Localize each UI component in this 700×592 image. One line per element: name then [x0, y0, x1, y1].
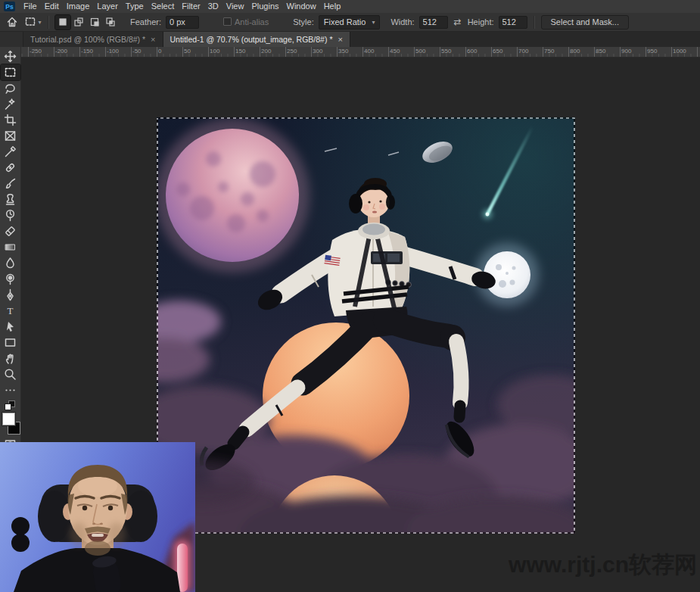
horizontal-ruler[interactable]: -250 -200 -150 -100 -50 0 50 100 150 200… [21, 47, 700, 58]
crop-icon [4, 114, 17, 126]
style-label: Style: [293, 17, 314, 26]
marquee-preset-icon [25, 17, 38, 28]
color-swatches [1, 412, 20, 436]
tab-untitled-1[interactable]: Untitled-1 @ 70.7% (output_image, RGB/8#… [163, 32, 350, 47]
hand-icon [4, 352, 17, 365]
chevron-down-icon: ▾ [372, 19, 375, 26]
selection-arrow-icon [4, 320, 17, 333]
ruler-label: 850 [596, 48, 605, 55]
style-dropdown[interactable]: Fixed Ratio ▾ [319, 15, 381, 30]
rectangle-tool-button[interactable] [1, 335, 20, 351]
width-input[interactable] [419, 16, 448, 29]
ruler-label: 1000 [673, 48, 686, 55]
magic-wand-icon [4, 98, 17, 111]
eyedropper-tool-button[interactable] [1, 144, 20, 160]
pen-icon [4, 288, 17, 301]
menu-help[interactable]: Help [320, 0, 345, 13]
height-input[interactable] [499, 16, 527, 29]
menu-3d[interactable]: 3D [204, 0, 222, 13]
swap-dimensions-icon[interactable]: ⇄ [454, 17, 462, 27]
intersect-selection-button[interactable] [103, 15, 118, 30]
default-colors-button[interactable] [1, 400, 20, 410]
lasso-icon [4, 82, 17, 95]
menu-file[interactable]: File [20, 0, 41, 13]
dodge-tool-button[interactable] [1, 271, 20, 287]
ruler-label: -200 [55, 48, 67, 55]
hand-tool-button[interactable] [1, 351, 20, 366]
brush-icon [4, 177, 17, 190]
lasso-tool-button[interactable] [1, 80, 20, 96]
frame-tool-button[interactable] [1, 128, 20, 144]
menu-plugins[interactable]: Plugins [247, 0, 282, 13]
tab-title: Untitled-1 @ 70.7% (output_image, RGB/8#… [170, 35, 333, 44]
pink-moon [157, 118, 310, 273]
type-tool-button[interactable]: T [1, 303, 20, 319]
menu-layer[interactable]: Layer [93, 0, 122, 13]
healing-brush-icon [4, 161, 17, 174]
move-icon [4, 50, 17, 63]
home-button[interactable] [4, 14, 20, 30]
anti-alias-checkbox[interactable] [223, 17, 232, 26]
canvas-artwork[interactable] [157, 117, 575, 534]
tab-tutorial-psd[interactable]: Tutorial.psd @ 100% (RGB/8#) * × [23, 32, 163, 47]
ruler-label: -100 [107, 48, 119, 55]
feather-input[interactable] [166, 16, 199, 29]
type-icon: T [4, 304, 17, 317]
rectangular-marquee-icon [4, 66, 17, 79]
ruler-label: 50 [184, 48, 191, 55]
ruler-label: 150 [235, 48, 245, 55]
anti-alias-option: Anti-alias [223, 17, 269, 26]
menu-select[interactable]: Select [148, 0, 179, 13]
frame-icon [4, 129, 17, 142]
select-and-mask-button[interactable]: Select and Mask... [541, 15, 630, 30]
width-label: Width: [390, 17, 414, 26]
ruler-label: 300 [313, 48, 322, 55]
close-icon[interactable]: × [338, 36, 342, 44]
menu-window[interactable]: Window [283, 0, 320, 13]
ruler-label: 100 [210, 48, 219, 55]
height-label: Height: [468, 17, 494, 26]
eyedropper-icon [4, 145, 17, 158]
add-to-selection-button[interactable] [71, 15, 86, 30]
spot-healing-tool-button[interactable] [1, 160, 20, 176]
menu-image[interactable]: Image [63, 0, 94, 13]
menu-type[interactable]: Type [122, 0, 148, 13]
svg-text:T: T [8, 305, 14, 316]
zoom-tool-button[interactable] [1, 366, 20, 382]
new-selection-button[interactable] [55, 15, 70, 30]
tool-preset-button[interactable]: ▾ [25, 14, 42, 30]
gradient-tool-button[interactable] [1, 239, 20, 255]
dodge-icon [4, 273, 17, 285]
menu-view[interactable]: View [222, 0, 248, 13]
webcam-overlay [0, 442, 195, 592]
brush-tool-button[interactable] [1, 176, 20, 192]
move-tool-button[interactable] [1, 48, 20, 64]
ruler-label: 0 [158, 48, 161, 55]
options-divider [534, 16, 535, 29]
object-selection-tool-button[interactable] [1, 96, 20, 112]
subtract-from-selection-button[interactable] [87, 15, 102, 30]
foreground-color-swatch[interactable] [2, 413, 15, 425]
path-selection-tool-button[interactable] [1, 319, 20, 335]
add-selection-icon [73, 17, 84, 27]
tab-title: Tutorial.psd @ 100% (RGB/8#) * [30, 35, 145, 44]
ruler-label: 650 [493, 48, 502, 55]
menu-filter[interactable]: Filter [178, 0, 204, 13]
eraser-tool-button[interactable] [1, 223, 20, 239]
ruler-label: 750 [544, 48, 554, 55]
close-icon[interactable]: × [151, 36, 155, 44]
edit-toolbar-button[interactable] [1, 382, 20, 398]
rectangular-marquee-tool-button[interactable] [1, 64, 20, 80]
pen-tool-button[interactable] [1, 287, 20, 303]
menu-edit[interactable]: Edit [41, 0, 63, 13]
clone-stamp-tool-button[interactable] [1, 192, 20, 207]
zoom-magnifier-icon [4, 368, 17, 381]
blur-tool-button[interactable] [1, 255, 20, 271]
ruler-label: -150 [81, 48, 93, 55]
photoshop-logo: Ps [4, 2, 15, 11]
watermark-text: www.rjtj.cn软荐网 [509, 550, 697, 581]
new-selection-icon [58, 17, 68, 27]
subtract-selection-icon [89, 17, 100, 27]
history-brush-tool-button[interactable] [1, 207, 20, 223]
crop-tool-button[interactable] [1, 112, 20, 128]
